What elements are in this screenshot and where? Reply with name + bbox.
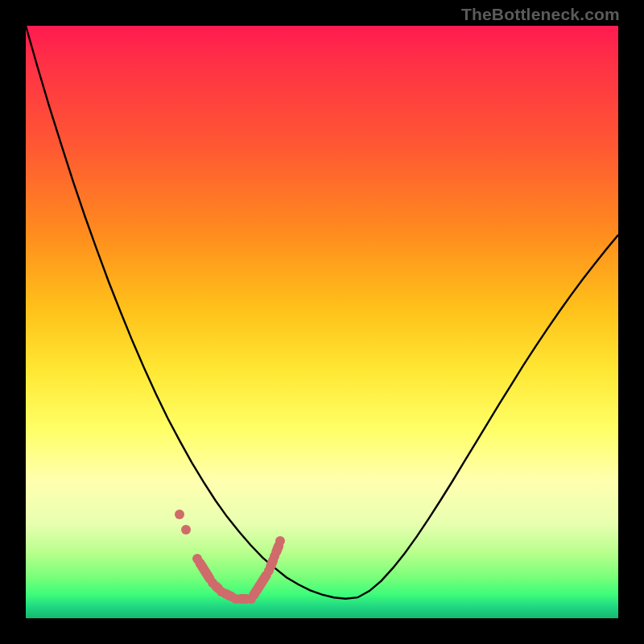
highlight-dot — [231, 594, 241, 604]
highlight-dot — [175, 510, 184, 519]
highlight-dot — [264, 566, 274, 576]
plot-area — [26, 26, 618, 618]
highlight-dots-layer — [26, 26, 618, 618]
highlight-dot — [208, 578, 217, 588]
highlight-dot — [181, 525, 191, 535]
highlight-dot — [246, 594, 256, 604]
highlight-dot — [275, 536, 285, 546]
watermark-text: TheBottleneck.com — [461, 5, 620, 24]
highlight-dot — [217, 587, 226, 597]
outer-frame: TheBottleneck.com — [0, 0, 644, 644]
highlight-dot — [192, 554, 202, 564]
highlight-dot — [270, 551, 279, 561]
